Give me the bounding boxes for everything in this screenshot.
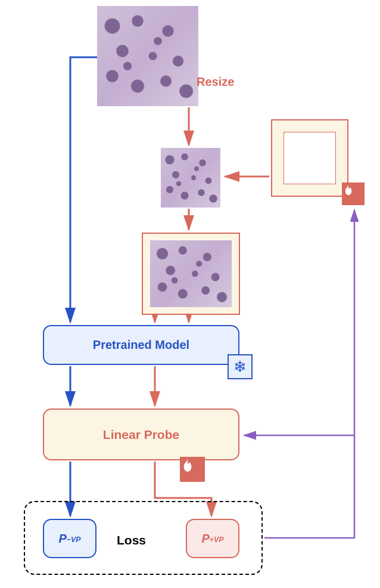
p-minus-vp-box: P−VP: [43, 519, 96, 558]
pretrained-model-box: Pretrained Model: [43, 325, 239, 365]
linear-probe-label: Linear Probe: [103, 428, 179, 442]
snowflake-icon: ❄: [228, 354, 253, 379]
fire-icon: [180, 457, 205, 482]
p-plus-sub: +VP: [210, 536, 224, 544]
p-plus-vp-box: P+VP: [186, 519, 239, 558]
input-image: [97, 6, 198, 106]
resized-image: [161, 148, 220, 208]
fire-icon: [342, 182, 365, 205]
pretrained-model-label: Pretrained Model: [93, 338, 189, 352]
edge-input-to-pretrained: [70, 57, 97, 322]
edge-backprop-to-promptframe: [264, 210, 354, 538]
p-minus-sub: −VP: [67, 536, 81, 544]
loss-label: Loss: [117, 533, 146, 547]
prompted-image: [150, 240, 232, 307]
p-minus-base: P: [58, 532, 66, 546]
resize-label: Resize: [197, 75, 234, 89]
visual-prompt-frame: [271, 119, 348, 197]
linear-probe-box: Linear Probe: [43, 408, 239, 460]
p-plus-base: P: [201, 532, 209, 546]
